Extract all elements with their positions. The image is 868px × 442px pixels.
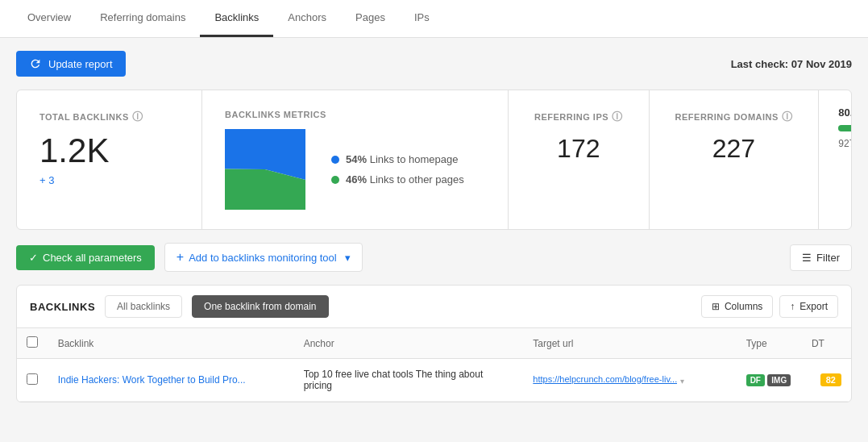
backlinks-table: Backlink Anchor Target url Type DT Indie…: [17, 328, 851, 402]
pie-chart: [225, 129, 305, 210]
row-type-cell: DF IMG: [737, 359, 802, 402]
legend-other-pages: 46% Links to other pages: [331, 173, 464, 186]
table-body: Indie Hackers: Work Together to Build Pr…: [17, 359, 851, 402]
last-check-info: Last check: 07 Nov 2019: [731, 58, 852, 70]
badge-df: DF: [746, 374, 765, 386]
target-url-dropdown-arrow[interactable]: ▾: [680, 377, 684, 386]
referring-domains-box: REFERRING DOMAINS ⓘ 227: [650, 90, 820, 229]
col-header-target[interactable]: Target url: [523, 328, 736, 359]
chevron-down-icon: ▾: [345, 252, 351, 264]
badge-img: IMG: [767, 374, 791, 386]
backlinks-metrics-label: BACKLINKS METRICS: [225, 110, 485, 119]
table-header-right: ⊞ Columns ↑ Export: [701, 295, 838, 318]
table-row: Indie Hackers: Work Together to Build Pr…: [17, 359, 851, 402]
backlinks-metrics-box: BACKLINKS METRICS 54% Links to homepage: [202, 90, 509, 229]
row-dt-cell: 82: [802, 359, 851, 402]
table-header-row: BACKLINKS All backlinks One backlink fro…: [17, 286, 851, 328]
legend-dot-blue: [331, 156, 339, 164]
update-report-button[interactable]: Update report: [16, 51, 126, 77]
total-backlinks-box: TOTAL BACKLINKS ⓘ 1.2K + 3: [17, 90, 202, 229]
export-button[interactable]: ↑ Export: [779, 295, 838, 318]
columns-icon: ⊞: [712, 301, 720, 312]
col-header-type[interactable]: Type: [737, 328, 802, 359]
columns-button[interactable]: ⊞ Columns: [701, 295, 773, 318]
add-to-monitoring-button[interactable]: + Add to backlinks monitoring tool ▾: [164, 243, 363, 272]
total-backlinks-info-icon[interactable]: ⓘ: [132, 110, 143, 124]
backlinks-table-section: BACKLINKS All backlinks One backlink fro…: [16, 285, 852, 402]
tab-referring-domains[interactable]: Referring domains: [85, 0, 200, 37]
col-header-anchor[interactable]: Anchor: [294, 328, 524, 359]
referring-domains-info-icon[interactable]: ⓘ: [782, 110, 793, 124]
referring-ips-info-icon[interactable]: ⓘ: [612, 110, 623, 124]
pie-svg: [225, 129, 305, 210]
main-content: Update report Last check: 07 Nov 2019 TO…: [0, 38, 868, 415]
checkmark-icon: ✓: [29, 252, 38, 264]
dofollow-header: 80.3% DOFOLLOW/NOFOLLOW ⓘ 19.7%: [838, 106, 852, 119]
action-row: ✓ Check all parameters + Add to backlink…: [16, 243, 852, 272]
table-header-left: BACKLINKS All backlinks One backlink fro…: [30, 295, 329, 318]
target-url-link[interactable]: https://helpcrunch.com/blog/free-liv...: [533, 374, 677, 384]
anchor-text: Top 10 free live chat tools The thing ab…: [304, 369, 484, 391]
referring-ips-value: 172: [534, 134, 623, 164]
referring-domains-value: 227: [675, 134, 793, 164]
tab-anchors[interactable]: Anchors: [273, 0, 341, 37]
metrics-inner: 54% Links to homepage 46% Links to other…: [225, 129, 485, 210]
total-backlinks-value: 1.2K: [39, 134, 179, 168]
export-icon: ↑: [790, 301, 795, 312]
refresh-icon: [29, 57, 42, 70]
action-left: ✓ Check all parameters + Add to backlink…: [16, 243, 363, 272]
dofollow-box: 80.3% DOFOLLOW/NOFOLLOW ⓘ 19.7% 927 227: [819, 90, 852, 229]
tab-one-backlink-domain[interactable]: One backlink from domain: [192, 295, 328, 318]
filter-button[interactable]: ☰ Filter: [790, 244, 852, 271]
tab-backlinks[interactable]: Backlinks: [200, 0, 273, 37]
tab-ips[interactable]: IPs: [400, 0, 444, 37]
dt-badge: 82: [820, 373, 841, 386]
total-backlinks-delta: + 3: [39, 174, 179, 186]
col-header-check: [17, 328, 48, 359]
referring-ips-box: REFERRING IPS ⓘ 172: [509, 90, 650, 229]
tab-overview[interactable]: Overview: [13, 0, 85, 37]
stats-card: TOTAL BACKLINKS ⓘ 1.2K + 3 BACKLINKS MET…: [16, 90, 852, 230]
toolbar-row: Update report Last check: 07 Nov 2019: [16, 51, 852, 77]
tab-all-backlinks[interactable]: All backlinks: [105, 295, 182, 318]
col-header-dt[interactable]: DT: [802, 328, 851, 359]
col-header-backlink[interactable]: Backlink: [48, 328, 294, 359]
total-backlinks-label: TOTAL BACKLINKS ⓘ: [39, 110, 179, 124]
backlink-link[interactable]: Indie Hackers: Work Together to Build Pr…: [58, 374, 246, 386]
check-all-parameters-button[interactable]: ✓ Check all parameters: [16, 245, 155, 270]
table-head: Backlink Anchor Target url Type DT: [17, 328, 851, 359]
row-checkbox[interactable]: [27, 373, 38, 385]
dofollow-fill-green: [838, 125, 852, 131]
row-target-cell: https://helpcrunch.com/blog/free-liv... …: [523, 359, 736, 402]
legend-homepage: 54% Links to homepage: [331, 153, 464, 165]
row-backlink-cell: Indie Hackers: Work Together to Build Pr…: [48, 359, 294, 402]
row-anchor-cell: Top 10 free live chat tools The thing ab…: [294, 359, 524, 402]
referring-domains-label: REFERRING DOMAINS ⓘ: [675, 110, 793, 124]
pie-legend: 54% Links to homepage 46% Links to other…: [331, 153, 464, 186]
dofollow-pct-left: 80.3%: [838, 106, 852, 119]
table-header: Backlink Anchor Target url Type DT: [17, 328, 851, 359]
dofollow-counts: 927 227: [838, 138, 852, 149]
legend-dot-green: [331, 176, 339, 184]
dofollow-progress-bar: [838, 125, 852, 131]
table-title: BACKLINKS: [30, 301, 95, 313]
plus-icon: +: [177, 250, 184, 265]
filter-icon: ☰: [802, 252, 812, 264]
dofollow-count-left: 927: [838, 138, 852, 149]
referring-ips-label: REFERRING IPS ⓘ: [534, 110, 623, 124]
select-all-checkbox[interactable]: [27, 336, 38, 348]
tab-pages[interactable]: Pages: [341, 0, 400, 37]
row-checkbox-cell: [17, 359, 48, 402]
top-navigation: Overview Referring domains Backlinks Anc…: [0, 0, 868, 38]
